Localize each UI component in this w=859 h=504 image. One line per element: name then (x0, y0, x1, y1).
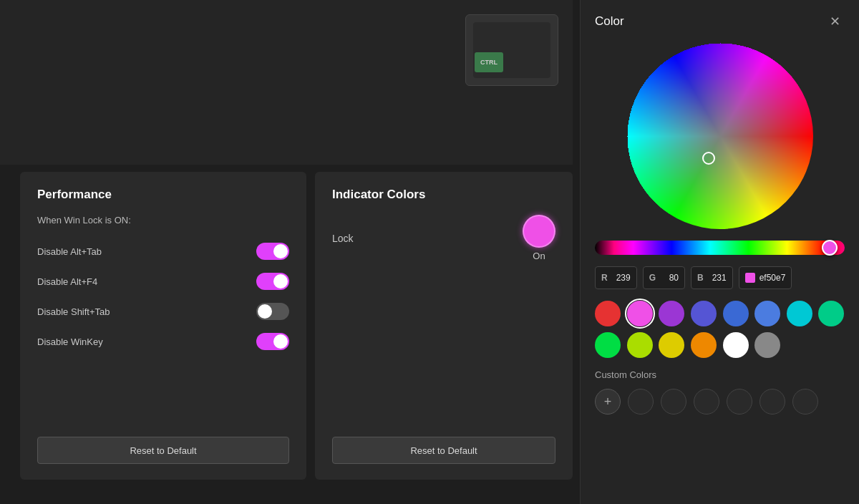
indicator-panel: Indicator Colors Lock On Reset to Defaul… (315, 172, 573, 480)
preset-swatch-11[interactable] (691, 332, 717, 358)
toggle-alt-f4[interactable] (256, 273, 289, 290)
toggle-row-winkey: Disable WinKey (37, 333, 289, 350)
color-picker-panel: Color ✕ R 239 G 80 B 231 ef50e7 (580, 0, 859, 504)
color-picker-header: Color ✕ (595, 11, 845, 32)
toggle-row-alt-tab: Disable Alt+Tab (37, 243, 289, 260)
custom-swatch-2[interactable] (661, 389, 686, 415)
hue-slider-track (595, 241, 845, 255)
preset-colors (595, 301, 845, 358)
ctrl-key: CTRL (475, 52, 503, 72)
color-picker-title: Color (595, 14, 624, 29)
hex-swatch (745, 273, 755, 283)
hue-slider-thumb[interactable] (822, 240, 838, 256)
preset-swatch-12[interactable] (723, 332, 749, 358)
hex-field[interactable]: ef50e7 (739, 266, 792, 289)
blue-value: 231 (707, 273, 727, 283)
green-field[interactable]: G 80 (643, 266, 685, 289)
rgb-inputs: R 239 G 80 B 231 ef50e7 (595, 266, 845, 289)
preset-swatch-8[interactable] (595, 332, 621, 358)
toggle-alt-tab[interactable] (256, 243, 289, 260)
custom-swatch-6[interactable] (792, 389, 818, 415)
custom-swatch-3[interactable] (694, 389, 719, 415)
preset-swatch-9[interactable] (627, 332, 653, 358)
custom-swatch-1[interactable] (628, 389, 654, 415)
blue-label: B (697, 273, 704, 283)
blue-field[interactable]: B 231 (691, 266, 733, 289)
toggle-winkey[interactable] (256, 333, 289, 350)
toggle-shift-tab[interactable] (256, 303, 289, 320)
lock-color-indicator: On (523, 215, 555, 261)
indicator-reset-button[interactable]: Reset to Default (332, 437, 555, 464)
lock-label: Lock (332, 233, 354, 244)
preset-swatch-10[interactable] (659, 332, 684, 358)
red-field[interactable]: R 239 (595, 266, 637, 289)
toggle-row-shift-tab: Disable Shift+Tab (37, 303, 289, 320)
preset-swatch-13[interactable] (754, 332, 780, 358)
preset-swatch-3[interactable] (691, 301, 717, 326)
preset-swatch-7[interactable] (818, 301, 844, 326)
green-value: 80 (659, 273, 679, 283)
indicator-title: Indicator Colors (332, 188, 555, 202)
color-wheel-container (595, 43, 845, 229)
preset-swatch-4[interactable] (723, 301, 749, 326)
custom-colors-title: Custom Colors (595, 369, 845, 380)
close-button[interactable]: ✕ (825, 11, 845, 32)
custom-colors-section: Custom Colors + (595, 369, 845, 415)
red-label: R (601, 273, 608, 283)
preset-swatch-6[interactable] (787, 301, 812, 326)
hex-value: ef50e7 (759, 273, 786, 283)
custom-swatch-5[interactable] (759, 389, 785, 415)
green-label: G (649, 273, 656, 283)
preset-swatch-1[interactable] (627, 301, 653, 326)
lock-row: Lock On (332, 215, 555, 261)
custom-colors-row: + (595, 389, 845, 415)
toggle-label-winkey: Disable WinKey (37, 336, 103, 347)
performance-reset-button[interactable]: Reset to Default (37, 437, 289, 464)
performance-title: Performance (37, 188, 289, 202)
red-value: 239 (611, 273, 631, 283)
toggle-label-alt-f4: Disable Alt+F4 (37, 276, 97, 287)
add-custom-color-button[interactable]: + (595, 389, 621, 415)
toggle-row-alt-f4: Disable Alt+F4 (37, 273, 289, 290)
performance-panel: Performance When Win Lock is ON: Disable… (20, 172, 306, 480)
preset-swatch-5[interactable] (754, 301, 780, 326)
toggle-label-shift-tab: Disable Shift+Tab (37, 306, 110, 317)
hue-slider[interactable] (595, 241, 845, 255)
lock-color-button[interactable] (523, 215, 555, 248)
lock-on-label: On (533, 251, 545, 261)
color-wheel[interactable] (627, 43, 813, 229)
keyboard-area: CTRL (0, 0, 573, 165)
toggle-label-alt-tab: Disable Alt+Tab (37, 246, 102, 257)
preset-swatch-2[interactable] (659, 301, 684, 326)
performance-subtitle: When Win Lock is ON: (37, 215, 289, 226)
custom-swatch-4[interactable] (727, 389, 752, 415)
preset-swatch-0[interactable] (595, 301, 621, 326)
keyboard-graphic: CTRL (465, 14, 558, 86)
